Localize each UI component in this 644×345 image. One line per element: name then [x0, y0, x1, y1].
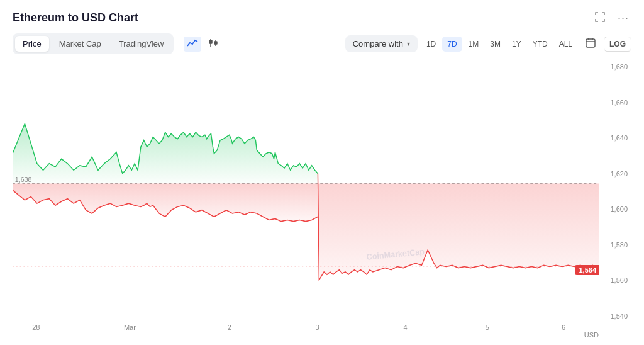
usd-label: USD	[584, 331, 599, 339]
x-label-mar: Mar	[124, 324, 136, 331]
y-axis: 1,680 1,660 1,640 1,620 1,600 1,580 1,56…	[599, 60, 631, 339]
compare-with-button[interactable]: Compare with ▾	[345, 35, 418, 52]
chart-svg-container: 1,638 CoinMarketCap 1,564	[13, 60, 599, 320]
chevron-down-icon: ▾	[407, 40, 410, 47]
header-icons: ···	[592, 10, 631, 26]
x-label-5: 5	[486, 324, 489, 331]
toolbar-right: Compare with ▾ 1D 7D 1M 3M 1Y YTD ALL	[345, 35, 631, 52]
y-label-1540: 1,540	[610, 313, 628, 320]
y-label-1680: 1,680	[610, 64, 628, 71]
time-3m[interactable]: 3M	[485, 37, 506, 52]
toolbar: Price Market Cap TradingView	[13, 33, 631, 54]
chart-type-buttons	[184, 37, 221, 52]
time-1y[interactable]: 1Y	[507, 37, 526, 52]
tab-group: Price Market Cap TradingView	[13, 33, 174, 54]
price-chart-svg: 1,638 CoinMarketCap	[13, 60, 599, 320]
time-7d[interactable]: 7D	[442, 37, 462, 52]
time-all[interactable]: ALL	[554, 37, 577, 52]
tab-tradingview[interactable]: TradingView	[111, 36, 172, 52]
svg-marker-11	[318, 174, 599, 280]
compare-label: Compare with	[353, 39, 403, 48]
svg-rect-4	[586, 39, 595, 47]
x-axis: 28 Mar 2 3 4 5 6 USD	[13, 321, 599, 339]
log-button[interactable]: LOG	[604, 37, 631, 52]
x-label-4: 4	[403, 324, 407, 331]
candlestick-button[interactable]	[205, 37, 221, 52]
svg-marker-10	[13, 183, 318, 221]
svg-rect-3	[214, 42, 217, 44]
x-label-2: 2	[228, 324, 231, 331]
fullscreen-button[interactable]	[592, 11, 608, 26]
y-label-1560: 1,560	[610, 277, 628, 284]
x-label-28: 28	[32, 324, 40, 331]
y-label-1620: 1,620	[610, 171, 628, 178]
calendar-button[interactable]	[581, 35, 600, 52]
tab-market-cap[interactable]: Market Cap	[52, 36, 109, 52]
time-ytd[interactable]: YTD	[528, 37, 553, 52]
main-container: Ethereum to USD Chart ··· Price Market C…	[0, 0, 644, 345]
time-1d[interactable]: 1D	[421, 37, 441, 52]
y-label-1580: 1,580	[610, 242, 628, 249]
header-row: Ethereum to USD Chart ···	[13, 10, 631, 26]
tab-price[interactable]: Price	[15, 36, 49, 52]
y-label-1660: 1,660	[610, 99, 628, 106]
more-options-button[interactable]: ···	[615, 10, 631, 26]
x-label-3: 3	[316, 324, 319, 331]
y-label-1640: 1,640	[610, 135, 628, 142]
line-chart-button[interactable]	[184, 37, 201, 52]
current-price-badge: 1,564	[575, 265, 599, 275]
svg-rect-1	[209, 40, 212, 43]
x-label-6: 6	[562, 324, 565, 331]
svg-text:1,638: 1,638	[15, 176, 32, 183]
chart-area: 1,638 CoinMarketCap 1,564 28 Mar 2 3 4	[13, 60, 631, 339]
y-label-1600: 1,600	[610, 206, 628, 213]
page-title: Ethereum to USD Chart	[13, 11, 138, 25]
chart-wrapper: 1,638 CoinMarketCap 1,564 28 Mar 2 3 4	[13, 60, 599, 339]
time-1m[interactable]: 1M	[464, 37, 484, 52]
time-period-group: 1D 7D 1M 3M 1Y YTD ALL	[421, 37, 577, 52]
toolbar-left: Price Market Cap TradingView	[13, 33, 221, 54]
